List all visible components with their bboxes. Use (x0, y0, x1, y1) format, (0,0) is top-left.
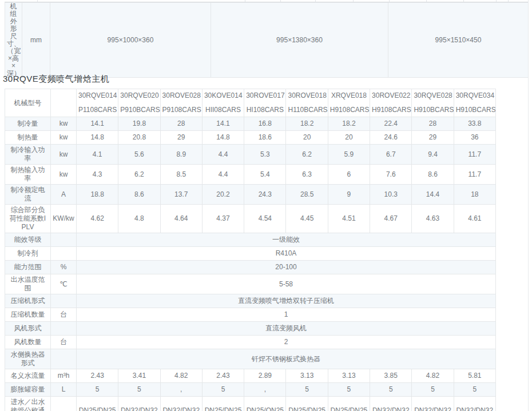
row-value-4: DN25/DN25 (202, 397, 244, 411)
row-value-8: 5 (370, 383, 412, 397)
spec-row-12: 压缩机数量台1 (5, 308, 496, 322)
row-value-9: 4.82 (412, 369, 454, 383)
cutoff-grid-line (245, 0, 245, 2)
spec-row-4: 制热输入功率kw4.36.28.54.45.46.367.68.611.7 (5, 165, 496, 185)
row-value-2: 20.8 (118, 131, 160, 145)
row-unit: KW/kw (51, 205, 77, 233)
model-header-5: 30ROVE017HI108CARS (244, 89, 286, 117)
spec-row-15: 水侧换热器形式钎焊不锈钢板式换热器 (5, 349, 496, 369)
row-value-4: 14.8 (202, 131, 244, 145)
spec-row-8: 制冷剂R410A (5, 247, 496, 261)
row-unit: ℃ (51, 274, 77, 294)
cutoff-grid-line (353, 0, 354, 2)
row-value-7: DN25/DN25 (328, 397, 370, 411)
row-value-3: 13.7 (160, 185, 202, 205)
dimensions-row: 机组外形尺寸、（宽×高×深） mm 995×1000×360 995×1380×… (5, 3, 529, 78)
row-unit (51, 322, 77, 336)
row-value-10: 11.7 (454, 145, 495, 165)
model-header-1: 30RQVE014P1108CARS (77, 89, 118, 117)
model-name-line2: HII08CARS (204, 106, 242, 114)
row-unit: kw (51, 145, 77, 165)
row-value-2: 6.2 (118, 165, 160, 185)
row-value-10: 4.61 (454, 205, 495, 233)
model-header-2: 30RQVE020P910BCARS (118, 89, 160, 117)
row-label: 压缩机数量 (5, 308, 51, 322)
row-value-5: 18.6 (244, 131, 286, 145)
row-value-2: 19.8 (118, 117, 160, 131)
row-value-1: DN25/DN25 (77, 397, 118, 411)
model-name-line2: H910BCARS (456, 106, 494, 114)
row-label: 风机数量 (5, 336, 51, 349)
row-value-1: 4.3 (77, 165, 118, 185)
row-label: 能效等级 (5, 233, 51, 247)
row-value-1: 4.1 (77, 145, 118, 165)
row-value-2: 5 (118, 383, 160, 397)
row-value-8: 7.6 (370, 165, 412, 185)
row-value-9: 29 (412, 131, 454, 145)
row-value-7: 5 (328, 383, 370, 397)
model-name-line1: 30ROVE018 (288, 92, 325, 99)
row-value-2: 4.8 (118, 205, 160, 233)
model-header-6: 30ROVE018H110BCARS (286, 89, 328, 117)
row-label: 综合部分负荷性能系数IPLV (5, 205, 51, 233)
row-value-4: 4.4 (202, 165, 244, 185)
row-value-6: 4.45 (286, 205, 328, 233)
model-name-line1: 30RQVE020 (120, 92, 158, 99)
row-value-5: 24.3 (244, 185, 286, 205)
spec-row-5: 制冷额定电流A18.88.613.720.224.328.5910.314.41… (5, 185, 496, 205)
row-label: 风机形式 (5, 322, 51, 336)
dimensions-table: 机组外形尺寸、（宽×高×深） mm 995×1000×360 995×1380×… (5, 2, 529, 78)
model-name-line1: 30RQVE034 (456, 92, 494, 99)
cutoff-grid-line (508, 0, 509, 2)
row-value-2: DN32/DN32 (118, 397, 160, 411)
row-value-10: 5.81 (454, 369, 495, 383)
row-value-9: 5 (412, 383, 454, 397)
spec-row-1: 制冷量kw14.119.82814.116.818.218.222.42833.… (5, 117, 496, 131)
row-value-10: 33.8 (454, 117, 495, 131)
row-label: 制冷额定电流 (5, 185, 51, 205)
row-span-value: 一级能效 (77, 233, 496, 247)
model-name-line1: 30RQVE014 (78, 92, 116, 99)
row-value-1: 4.62 (77, 205, 118, 233)
row-value-9: 28 (412, 117, 454, 131)
row-value-6: 6.3 (286, 165, 328, 185)
row-value-2: 3.41 (118, 369, 160, 383)
cutoff-grid-line (463, 0, 464, 2)
row-label: 制冷量 (5, 117, 51, 131)
cutoff-grid-line (280, 0, 281, 2)
spec-row-2: 制热量kw14.820.82914.818.6202024.62936 (5, 131, 496, 145)
row-value-3: 4.82 (160, 369, 202, 383)
row-unit (51, 294, 77, 308)
row-label: 名义水流量 (5, 369, 51, 383)
cutoff-grid-line (496, 0, 497, 2)
row-value-4: 20.2 (202, 185, 244, 205)
row-value-3: 4.64 (160, 205, 202, 233)
row-value-1: 2.43 (77, 369, 118, 383)
row-value-4: 5 (202, 383, 244, 397)
row-label: 水侧换热器形式 (5, 349, 51, 369)
row-label: 出水温度范围 (5, 274, 51, 294)
row-value-3: DN32/DN32 (160, 397, 202, 411)
row-label: 制热输入功率 (5, 165, 51, 185)
spec-header-row: 机械型号 30RQVE014P1108CARS30RQVE020P910BCAR… (5, 89, 496, 117)
row-span-value: 20-100 (77, 261, 496, 274)
row-label: 制冷输入功率 (5, 145, 51, 165)
model-header-4: 30KOVE014HII08CARS (202, 89, 244, 117)
row-value-8: 4.67 (370, 205, 412, 233)
model-name-line2: H9108CARS (372, 106, 410, 114)
row-span-value: 直流变频喷气增焓双转子压缩机 (77, 294, 496, 308)
row-value-2: 5.6 (118, 145, 160, 165)
row-value-4: 2.43 (202, 369, 244, 383)
row-value-7: 5.9 (328, 145, 370, 165)
row-value-4: 4.4 (202, 145, 244, 165)
spec-table: 机械型号 30RQVE014P1108CARS30RQVE020P910BCAR… (5, 89, 496, 411)
row-value-6: 28.5 (286, 185, 328, 205)
row-value-6: 18.2 (286, 117, 328, 131)
row-value-8: 6.7 (370, 145, 412, 165)
row-value-6: 6.2 (286, 145, 328, 165)
model-number-label: 机械型号 (5, 89, 51, 117)
row-value-7: 4.51 (328, 205, 370, 233)
row-unit: 台 (51, 336, 77, 349)
row-value-10: 18 (454, 185, 495, 205)
row-value-10: DN32/DN32 (454, 397, 495, 411)
